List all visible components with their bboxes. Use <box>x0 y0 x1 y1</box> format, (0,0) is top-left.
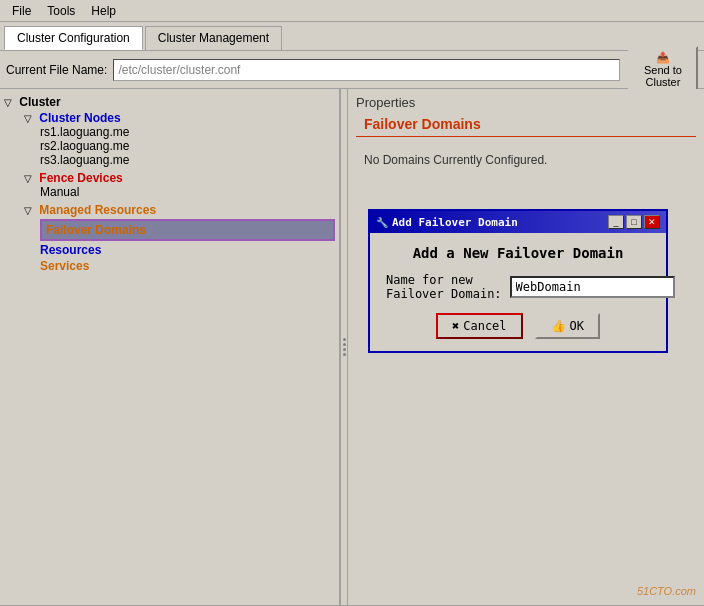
cancel-button[interactable]: ✖ Cancel <box>436 313 523 339</box>
cancel-label: Cancel <box>463 319 506 333</box>
current-file-label: Current File Name: <box>6 63 107 77</box>
main-layout: ▽ Cluster ▽ Cluster Nodes rs1.laoguang.m… <box>0 89 704 605</box>
send-to-cluster-button[interactable]: 📤 Send toCluster <box>628 46 698 93</box>
ok-label: OK <box>570 319 584 333</box>
menu-tools[interactable]: Tools <box>39 2 83 20</box>
failover-domains-label: Failover Domains <box>46 223 146 237</box>
dialog-body: Add a New Failover Domain Name for new F… <box>370 233 666 351</box>
tree-panel: ▽ Cluster ▽ Cluster Nodes rs1.laoguang.m… <box>0 89 340 605</box>
managed-resources-label[interactable]: Managed Resources <box>39 203 156 217</box>
services-label[interactable]: Services <box>40 259 89 273</box>
cancel-icon: ✖ <box>452 319 459 333</box>
toolbar: Current File Name: 📤 Send toCluster <box>0 51 704 89</box>
dialog-title-left: 🔧 Add Failover Domain <box>376 216 518 229</box>
splitter-dot-3 <box>343 348 346 351</box>
fence-devices-label[interactable]: Fence Devices <box>39 171 122 185</box>
failover-domain-name-input[interactable] <box>510 276 675 298</box>
dialog-overlay: 🔧 Add Failover Domain _ □ ✕ Add a New Fa… <box>348 89 704 605</box>
dialog-minimize-button[interactable]: _ <box>608 215 624 229</box>
file-name-input[interactable] <box>113 59 620 81</box>
dialog-title-icon: 🔧 <box>376 217 388 228</box>
right-panel: Properties Failover Domains No Domains C… <box>348 89 704 605</box>
panel-splitter[interactable] <box>340 89 348 605</box>
cluster-nodes-label[interactable]: Cluster Nodes <box>39 111 120 125</box>
dialog-buttons: ✖ Cancel 👍 OK <box>386 313 650 339</box>
managed-resources-arrow: ▽ <box>24 205 32 216</box>
resources-label[interactable]: Resources <box>40 243 101 257</box>
tree-root: ▽ Cluster <box>4 93 335 111</box>
menu-file[interactable]: File <box>4 2 39 20</box>
tree-services-item[interactable]: Services <box>4 259 335 273</box>
dialog-controls: _ □ ✕ <box>608 215 660 229</box>
tabbar: Cluster Configuration Cluster Management <box>0 22 704 51</box>
tree-node-rs2[interactable]: rs2.laoguang.me <box>4 139 335 153</box>
dialog-heading: Add a New Failover Domain <box>386 245 650 261</box>
dialog-titlebar: 🔧 Add Failover Domain _ □ ✕ <box>370 211 666 233</box>
add-failover-domain-dialog: 🔧 Add Failover Domain _ □ ✕ Add a New Fa… <box>368 209 668 353</box>
tree-root-label: Cluster <box>19 95 60 109</box>
ok-button[interactable]: 👍 OK <box>535 313 600 339</box>
tree-root-arrow: ▽ <box>4 97 12 108</box>
tree-cluster-nodes-section: ▽ Cluster Nodes <box>4 111 335 125</box>
tab-cluster-management[interactable]: Cluster Management <box>145 26 282 50</box>
send-icon: 📤 <box>656 51 670 64</box>
send-label: Send toCluster <box>644 64 682 88</box>
tree-node-rs3[interactable]: rs3.laoguang.me <box>4 153 335 167</box>
failover-domains-selected[interactable]: Failover Domains <box>40 219 335 241</box>
dialog-form-row: Name for new Failover Domain: <box>386 273 650 301</box>
dialog-form-label: Name for new Failover Domain: <box>386 273 502 301</box>
tree-managed-resources-section: ▽ Managed Resources <box>4 203 335 217</box>
tree-fence-devices-section: ▽ Fence Devices <box>4 171 335 185</box>
splitter-dot-1 <box>343 338 346 341</box>
dialog-title-text: Add Failover Domain <box>392 216 518 229</box>
splitter-dot-2 <box>343 343 346 346</box>
dialog-maximize-button[interactable]: □ <box>626 215 642 229</box>
tree-node-rs1[interactable]: rs1.laoguang.me <box>4 125 335 139</box>
menu-help[interactable]: Help <box>83 2 124 20</box>
cluster-nodes-arrow: ▽ <box>24 113 32 124</box>
tree-failover-domains-item[interactable]: Failover Domains <box>4 219 335 241</box>
ok-icon: 👍 <box>551 319 566 333</box>
tab-cluster-configuration[interactable]: Cluster Configuration <box>4 26 143 50</box>
menubar: File Tools Help <box>0 0 704 22</box>
fence-devices-arrow: ▽ <box>24 173 32 184</box>
tree-resources-item[interactable]: Resources <box>4 243 335 257</box>
splitter-dot-4 <box>343 353 346 356</box>
tree-fence-manual[interactable]: Manual <box>4 185 335 199</box>
dialog-close-button[interactable]: ✕ <box>644 215 660 229</box>
